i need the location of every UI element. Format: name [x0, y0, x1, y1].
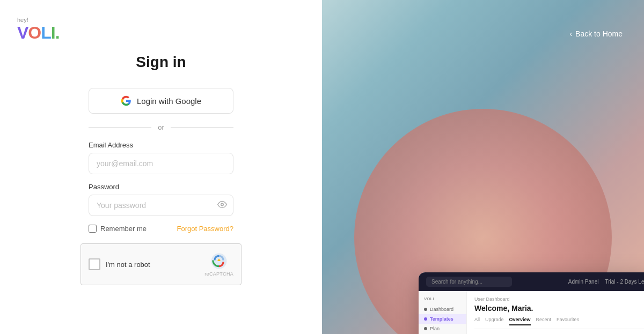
logo-o: O	[28, 23, 41, 42]
remember-forgot-row: Remember me Forgot Password?	[89, 225, 233, 233]
form-container: Sign in Login with Google or Email Addre…	[43, 32, 279, 285]
admin-panel-label: Admin Panel	[568, 279, 599, 285]
left-panel: hey! VOLI. Sign in Login with Google or …	[0, 0, 322, 334]
recaptcha-label: reCAPTCHA	[204, 271, 233, 277]
welcome-message: Welcome, Maria.	[474, 304, 644, 313]
user-dashboard-label: User Dashboard	[474, 296, 644, 302]
dashboard-preview: Search for anything... Admin Panel Trial…	[419, 272, 644, 334]
dashboard-sidebar: VOLI Dashboard Templates Plan Generate	[419, 291, 467, 334]
eye-icon[interactable]	[217, 200, 227, 211]
dashboard-main: User Dashboard Welcome, Maria. All Upgra…	[467, 291, 644, 334]
back-to-home-label: Back to Home	[575, 29, 623, 38]
logo: hey! VOLI.	[17, 17, 60, 41]
tab-upgrade: Upgrade	[485, 317, 504, 325]
recaptcha-text: I'm not a robot	[106, 261, 150, 269]
templates-dot-icon	[424, 317, 427, 321]
divider-line-right	[171, 127, 233, 128]
logo-voli: VOLI.	[17, 24, 60, 41]
dashboard-topbar: Search for anything... Admin Panel Trial…	[419, 272, 644, 291]
plan-dot-icon	[424, 327, 427, 330]
recaptcha-right: reCAPTCHA	[204, 253, 233, 277]
svg-point-0	[221, 203, 224, 206]
trial-label: Trial - 2 Days Left	[605, 279, 644, 285]
dashboard-search: Search for anything...	[426, 277, 512, 287]
email-field-group: Email Address	[89, 141, 233, 174]
password-wrapper	[89, 195, 233, 216]
google-icon	[121, 95, 131, 106]
logo-hey-label: hey!	[17, 17, 60, 23]
divider: or	[89, 123, 233, 131]
logo-l: L	[41, 23, 51, 42]
remember-checkbox[interactable]	[89, 225, 97, 233]
dashboard-tabs: All Upgrade Overview Recent Favourites	[474, 317, 644, 329]
sign-in-title: Sign in	[136, 54, 186, 71]
tab-favourites: Favourites	[557, 317, 579, 325]
back-to-home-link[interactable]: ‹ Back to Home	[569, 29, 623, 38]
tab-overview: Overview	[509, 317, 531, 325]
recaptcha-logo-icon	[210, 253, 228, 270]
email-label: Email Address	[89, 141, 233, 149]
dashboard-body: VOLI Dashboard Templates Plan Generate	[419, 291, 644, 334]
recaptcha-checkbox[interactable]	[89, 258, 100, 270]
tab-recent: Recent	[536, 317, 552, 325]
email-input[interactable]	[89, 153, 233, 174]
google-button-label: Login with Google	[137, 97, 201, 106]
dashboard-sidebar-logo: VOLI	[419, 295, 466, 305]
forgot-password-link[interactable]: Forgot Password?	[177, 225, 234, 233]
divider-text: or	[158, 123, 164, 131]
password-input[interactable]	[89, 195, 233, 216]
chevron-left-icon: ‹	[569, 29, 572, 38]
right-panel: ‹ Back to Home Search for anything... Ad…	[322, 0, 644, 334]
sidebar-item-dashboard: Dashboard	[419, 305, 466, 314]
logo-i: I	[51, 23, 55, 42]
remember-me-label[interactable]: Remember me	[89, 225, 147, 233]
password-field-group: Password	[89, 183, 233, 216]
password-label: Password	[89, 183, 233, 191]
sidebar-item-plan: Plan	[419, 324, 466, 333]
tab-all: All	[474, 317, 480, 325]
logo-v: V	[17, 23, 28, 42]
sidebar-item-templates: Templates	[419, 314, 466, 324]
recaptcha-left: I'm not a robot	[89, 258, 150, 270]
divider-line-left	[89, 127, 151, 128]
logo-dot: .	[55, 23, 60, 42]
dashboard-dot-icon	[424, 308, 427, 311]
google-login-button[interactable]: Login with Google	[89, 88, 233, 114]
remember-label-text: Remember me	[100, 225, 147, 233]
recaptcha-box[interactable]: I'm not a robot reCAPTCHA	[80, 243, 241, 285]
dashboard-topbar-right: Admin Panel Trial - 2 Days Left	[568, 279, 644, 285]
